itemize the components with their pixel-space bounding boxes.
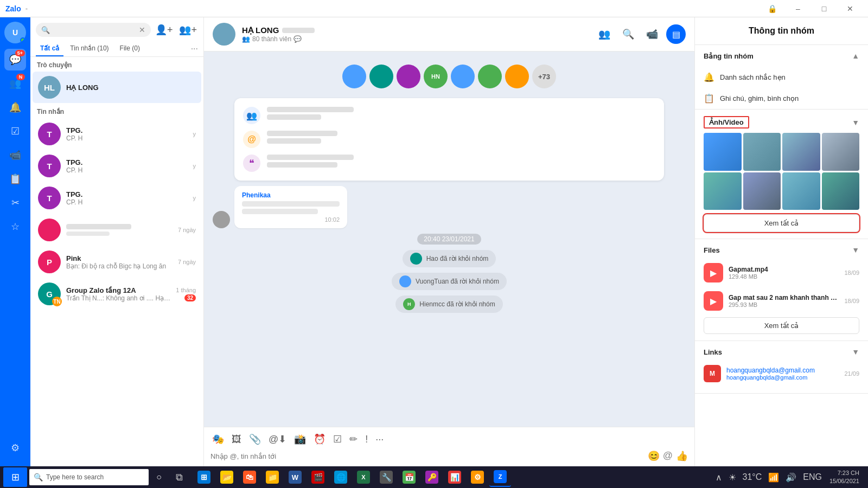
user-avatar[interactable]: U	[4, 22, 26, 43]
at-button[interactable]: @	[663, 450, 673, 462]
tab-messages[interactable]: Tin nhắn (10)	[66, 41, 113, 56]
sidebar-item-screenshot[interactable]: ✂	[4, 192, 26, 214]
panel-notes-item[interactable]: 📋 Ghi chú, ghim, bình chọn	[695, 88, 868, 109]
media-thumb-2[interactable]	[743, 133, 781, 171]
add-friend-icon[interactable]: 👤+	[154, 23, 174, 37]
media-thumb-4[interactable]	[822, 133, 860, 171]
group12a-badge: TN	[52, 297, 62, 306]
search-input[interactable]: Hạ Long	[53, 26, 136, 34]
media-thumb-1[interactable]	[704, 133, 742, 171]
search-clear-button[interactable]: ✕	[139, 25, 145, 34]
network-icon[interactable]: 📶	[766, 471, 781, 484]
view-all-media-button[interactable]: Xem tất cả	[704, 214, 859, 232]
link-item-1[interactable]: M hoangquangbqlda@gmail.com hoangquangbq…	[704, 361, 859, 387]
like-button[interactable]: 👍	[676, 450, 688, 462]
tab-all[interactable]: Tất cả	[36, 41, 63, 56]
taskbar-app-7[interactable]: 🔧	[375, 467, 397, 487]
minimize-button[interactable]: –	[786, 0, 810, 17]
todo-button[interactable]: ☑	[331, 432, 343, 447]
create-group-icon[interactable]: 👥+	[178, 23, 198, 37]
view-all-files-button[interactable]: Xem tất cả	[704, 317, 859, 334]
tray-clock[interactable]: 7:23 CH 15/06/2021	[826, 468, 863, 487]
mention-button[interactable]: @⬇	[267, 432, 288, 447]
taskbar-search[interactable]: 🔍 Type here to search	[29, 469, 149, 485]
search-chat-button[interactable]: 🔍	[618, 24, 638, 44]
members-icon: 👥	[242, 35, 250, 43]
media-thumb-7[interactable]	[782, 172, 820, 210]
chat-item-pink[interactable]: P Pink Bạn: Đi bộ ra chỗ Bigc hạ Long ăn…	[33, 246, 201, 278]
taskbar-app-8[interactable]: 📅	[398, 467, 420, 487]
tab-file[interactable]: File (0)	[116, 41, 144, 56]
taskbar-app-10[interactable]: 📊	[444, 467, 465, 487]
unnamed-preview-blur	[66, 232, 110, 236]
taskbar-app-files[interactable]: 📁	[261, 467, 283, 487]
taskbar-app-windows[interactable]: ⊞	[193, 467, 215, 487]
taskbar-app-explorer[interactable]: 📂	[216, 467, 238, 487]
member-avatars: HN +73	[213, 60, 686, 93]
info-panel-button[interactable]: ▤	[666, 24, 686, 44]
more-tools-button[interactable]: ···	[374, 432, 385, 447]
sticker-button[interactable]: 🎭	[210, 432, 226, 447]
files-section-header[interactable]: Files ▼	[704, 239, 859, 259]
hao-sys-avatar	[410, 253, 422, 265]
video-call-button[interactable]: 📹	[642, 24, 662, 44]
file-item-2[interactable]: ▶ Gap mat sau 2 nam khanh thanh mp4.mp4 …	[704, 287, 859, 315]
tab-more-icon[interactable]: ···	[191, 44, 198, 54]
media-thumb-3[interactable]	[782, 133, 820, 171]
panel-reminder-item[interactable]: 🔔 Danh sách nhắc hẹn	[695, 67, 868, 88]
taskbar-app-media[interactable]: 🎬	[307, 467, 329, 487]
taskbar-app-excel[interactable]: X	[353, 467, 374, 487]
tabs-bar: Tất cả Tin nhắn (10) File (0) ···	[30, 41, 203, 57]
screenshot-btn[interactable]: 📸	[292, 432, 308, 447]
sidebar-item-notifications[interactable]: 🔔	[4, 97, 26, 118]
draw-button[interactable]: ✏	[348, 432, 359, 447]
sidebar-item-settings[interactable]: ⚙	[4, 437, 26, 459]
maximize-button[interactable]: □	[812, 0, 837, 17]
image-button[interactable]: 🖼	[230, 432, 243, 447]
chat-item-group12a[interactable]: G TN Group Zalo tầng 12A Trần Thị N...: …	[33, 278, 201, 310]
emoji-button[interactable]: 😊	[648, 450, 660, 462]
sidebar-item-favorites[interactable]: ☆	[4, 216, 26, 237]
group12a-preview: Trần Thị N...: Không anh ơi .... Hạ Long…	[66, 294, 170, 302]
media-thumb-5[interactable]	[704, 172, 742, 210]
chat-item-halong[interactable]: HL HẠ LONG	[33, 72, 201, 103]
sidebar-item-contacts[interactable]: 👥 N	[4, 73, 26, 94]
group-members-button[interactable]: 👥	[595, 24, 614, 44]
volume-icon[interactable]: 🔊	[783, 471, 799, 484]
taskbar-app-11[interactable]: ⚙	[467, 467, 488, 487]
taskbar-app-word[interactable]: W	[284, 467, 306, 487]
file-icon-1: ▶	[704, 263, 723, 282]
file-item-1[interactable]: ▶ Gapmat.mp4 129.48 MB 18/09	[704, 259, 859, 287]
chat-item-tpg2[interactable]: T TPG. CP. H y	[33, 150, 201, 182]
taskbar-app-9[interactable]: 🔑	[421, 467, 443, 487]
task-view-button[interactable]: ⧉	[169, 467, 189, 487]
media-thumb-8[interactable]	[822, 172, 860, 210]
message-input[interactable]	[210, 452, 643, 460]
sidebar-item-messages[interactable]: 💬 5+	[4, 49, 26, 70]
lock-button[interactable]: 🔒	[760, 0, 784, 17]
media-thumb-6[interactable]	[743, 172, 781, 210]
cortana-button[interactable]: ○	[151, 469, 167, 485]
media-section-header[interactable]: Ảnh/Video ▼	[704, 110, 859, 133]
chat-item-tpg1[interactable]: T TPG. CP. H y	[33, 118, 201, 150]
app-body: U 💬 5+ 👥 N 🔔 ☑ 📹 📋 ✂ ☆ ⚙ 🔍 Hạ Long ✕	[0, 17, 868, 466]
reminder-text: Danh sách nhắc hẹn	[720, 73, 786, 81]
chat-item-unnamed[interactable]: 7 ngày	[33, 214, 201, 246]
taskbar-app-store[interactable]: 🛍	[239, 467, 260, 487]
group12a-meta: 1 tháng 32	[176, 287, 196, 301]
close-button[interactable]: ✕	[838, 0, 863, 17]
links-section-header[interactable]: Links ▼	[704, 341, 859, 361]
sidebar-item-notes[interactable]: 📋	[4, 168, 26, 190]
show-hidden-icon[interactable]: ∧	[713, 471, 724, 484]
sidebar-item-video[interactable]: 📹	[4, 144, 26, 166]
sidebar-item-tasks[interactable]: ☑	[4, 120, 26, 142]
panel-news-header[interactable]: Bảng tin nhóm ▲	[695, 45, 868, 67]
start-button[interactable]: ⊞	[3, 467, 27, 487]
attach-button[interactable]: 📎	[247, 432, 263, 447]
clock-button[interactable]: ⏰	[312, 432, 327, 447]
taskbar-app-browser[interactable]: 🌐	[330, 467, 352, 487]
taskbar-app-zalo[interactable]: Z	[489, 467, 511, 487]
language-label[interactable]: ENG	[801, 471, 824, 483]
exclaim-button[interactable]: !	[363, 432, 369, 447]
chat-item-tpg3[interactable]: T TPG. CP. H y	[33, 182, 201, 214]
